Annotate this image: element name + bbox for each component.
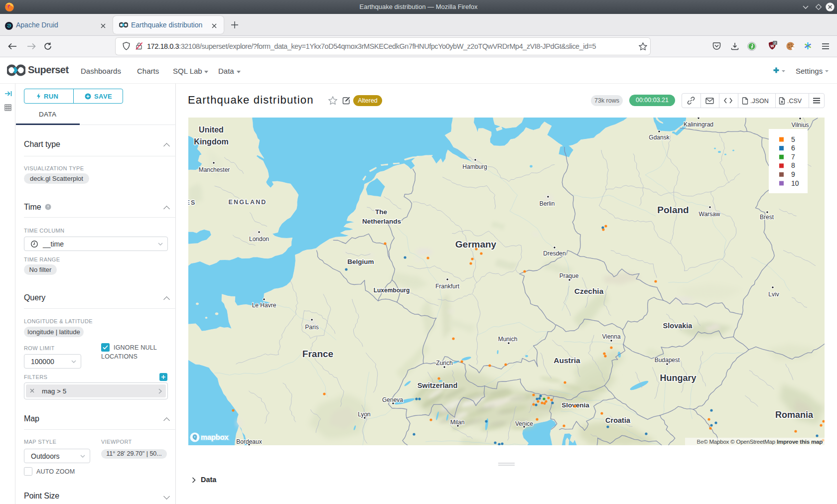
svg-text:Zurich: Zurich bbox=[436, 360, 452, 367]
svg-text:Le Havre: Le Havre bbox=[252, 302, 277, 309]
svg-text:Munich: Munich bbox=[498, 336, 518, 343]
svg-text:9: 9 bbox=[791, 170, 795, 178]
svg-text:Kingdom: Kingdom bbox=[194, 137, 228, 146]
svg-text:Be© Mapbox © OpenStreetMap Imp: Be© Mapbox © OpenStreetMap Improve this … bbox=[697, 439, 823, 445]
svg-text:Switzerland: Switzerland bbox=[418, 381, 458, 389]
svg-text:Dresden: Dresden bbox=[543, 250, 565, 257]
svg-text:Berlin: Berlin bbox=[540, 200, 555, 207]
svg-text:2: 2 bbox=[774, 41, 776, 45]
svg-text:Czechia: Czechia bbox=[574, 287, 604, 295]
svg-text:The: The bbox=[375, 208, 387, 216]
svg-text:Slovakia: Slovakia bbox=[663, 322, 693, 330]
svg-text:ES: ES bbox=[188, 199, 196, 206]
svg-text:6: 6 bbox=[791, 144, 795, 152]
svg-text:Brest: Brest bbox=[760, 214, 774, 221]
svg-text:Croatia: Croatia bbox=[605, 416, 631, 424]
svg-text:7: 7 bbox=[791, 153, 795, 161]
svg-text:Lviv: Lviv bbox=[768, 291, 779, 298]
svg-text:London: London bbox=[249, 236, 269, 243]
svg-text:Paris: Paris bbox=[305, 324, 318, 331]
svg-text:Prague: Prague bbox=[559, 272, 579, 279]
svg-text:Romania: Romania bbox=[775, 410, 814, 420]
svg-text:Frankfurt: Frankfurt bbox=[435, 283, 460, 290]
svg-text:Budapest: Budapest bbox=[655, 357, 680, 364]
svg-text:mapbox: mapbox bbox=[201, 433, 229, 441]
svg-text:Manchester: Manchester bbox=[199, 166, 230, 173]
svg-text:Austria: Austria bbox=[554, 356, 580, 365]
svg-text:Hamburg: Hamburg bbox=[462, 163, 487, 170]
svg-text:Luxembourg: Luxembourg bbox=[374, 287, 410, 294]
svg-text:Vilnius: Vilnius bbox=[791, 122, 809, 128]
svg-text:8: 8 bbox=[791, 161, 795, 169]
svg-text:Netherlands: Netherlands bbox=[362, 218, 401, 225]
svg-text:5: 5 bbox=[791, 135, 795, 143]
svg-text:Slovenia: Slovenia bbox=[561, 401, 589, 409]
svg-text:France: France bbox=[302, 349, 333, 359]
svg-text:10: 10 bbox=[791, 179, 799, 187]
svg-text:United: United bbox=[199, 126, 224, 134]
svg-text:Hungary: Hungary bbox=[660, 373, 696, 383]
svg-text:Vienna: Vienna bbox=[602, 333, 620, 340]
svg-text:ENGLAND: ENGLAND bbox=[228, 199, 267, 206]
svg-text:Belgium: Belgium bbox=[347, 258, 374, 265]
svg-text:Poland: Poland bbox=[657, 205, 689, 215]
svg-text:Kaliningrad: Kaliningrad bbox=[684, 121, 713, 128]
svg-text:Gdansk: Gdansk bbox=[649, 134, 670, 141]
svg-text:Warsaw: Warsaw bbox=[699, 211, 720, 218]
